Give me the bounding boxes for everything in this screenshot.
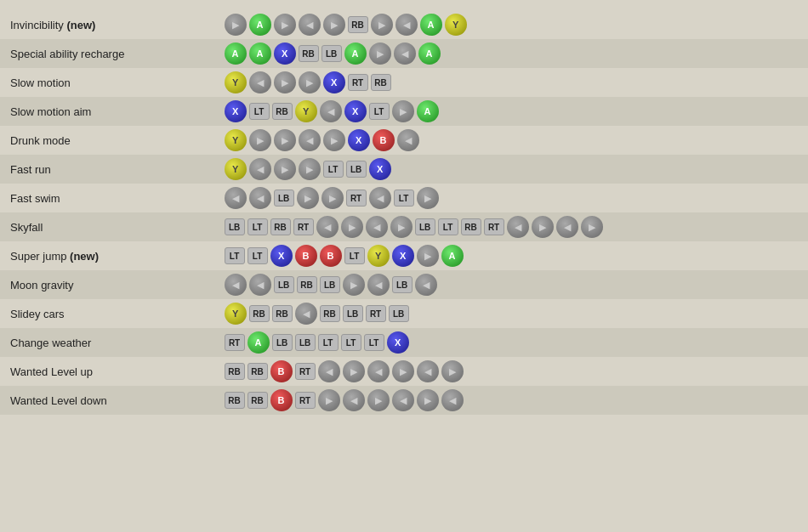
arrow-right-button: ▶ — [225, 14, 247, 36]
arrow-right-button: ▶ — [392, 360, 414, 382]
table-row: Wanted Level upRBRBBRT◀▶◀▶◀▶ — [0, 357, 808, 386]
table-row: Invincibility (new)▶A▶◀▶RB▶◀AY — [0, 10, 808, 39]
cheat-name: Invincibility (new) — [0, 10, 219, 39]
button-a-green: A — [248, 331, 270, 354]
button-rb: RB — [248, 392, 268, 409]
arrow-left-button: ◀ — [299, 129, 321, 151]
button-y-yellow: Y — [367, 245, 390, 267]
cheat-name: Slow motion aim — [0, 97, 219, 126]
cheat-buttons: XLTRBY◀XLT▶A — [219, 97, 808, 126]
arrow-left-button: ◀ — [318, 360, 340, 382]
arrow-left-button: ◀ — [392, 389, 414, 411]
cheat-buttons: YRBRB◀RBLBRTLB — [219, 299, 808, 328]
arrow-right-button: ▶ — [371, 14, 393, 36]
arrow-right-button: ▶ — [390, 216, 413, 238]
arrow-left-button: ◀ — [249, 71, 271, 93]
button-y-yellow: Y — [225, 303, 247, 325]
table-row: SkyfallLBLTRBRT◀▶◀▶LBLTRBRT◀▶◀▶ — [0, 212, 808, 241]
cheat-name: Wanted Level down — [0, 386, 219, 415]
arrow-right-button: ▶ — [274, 71, 296, 93]
arrow-left-button: ◀ — [367, 360, 390, 382]
button-rt: RT — [484, 218, 504, 235]
button-rb: RB — [272, 305, 293, 322]
button-b-red: B — [295, 245, 317, 267]
button-lt: LT — [248, 218, 268, 235]
cheat-buttons: AAXRBLBA▶◀A — [219, 39, 808, 68]
button-rt: RT — [293, 218, 314, 235]
arrow-right-button: ▶ — [274, 158, 296, 180]
button-rt: RT — [366, 305, 386, 322]
table-row: Slow motionY◀▶▶XRTRB — [0, 68, 808, 97]
arrow-right-button: ▶ — [299, 71, 321, 93]
arrow-right-button: ▶ — [532, 216, 554, 238]
button-lb: LB — [415, 218, 435, 235]
button-rb: RB — [225, 363, 245, 380]
table-row: Drunk modeY▶▶◀▶XB◀ — [0, 126, 808, 155]
arrow-right-button: ▶ — [343, 274, 365, 296]
cheat-buttons: Y◀▶▶LTLBX — [219, 155, 808, 184]
button-lt: LT — [323, 161, 344, 178]
arrow-left-button: ◀ — [343, 389, 365, 411]
button-rt: RT — [348, 74, 368, 91]
arrow-left-button: ◀ — [249, 158, 271, 180]
arrow-left-button: ◀ — [225, 274, 247, 296]
button-lb: LB — [346, 161, 367, 178]
arrow-left-button: ◀ — [441, 389, 464, 411]
cheat-name: Fast run — [0, 155, 219, 184]
button-lt: LT — [364, 334, 384, 351]
arrow-right-button: ▶ — [343, 360, 365, 382]
cheat-buttons: ▶A▶◀▶RB▶◀AY — [219, 10, 808, 39]
button-y-yellow: Y — [225, 71, 247, 93]
button-lt: LT — [394, 190, 414, 207]
button-rb: RB — [248, 363, 268, 380]
table-row: Slidey carsYRBRB◀RBLBRTLB — [0, 299, 808, 328]
button-lb: LB — [392, 276, 413, 293]
arrow-left-button: ◀ — [395, 14, 418, 36]
button-x-blue: X — [323, 71, 345, 93]
arrow-right-button: ▶ — [417, 245, 439, 267]
button-b-red: B — [270, 389, 293, 411]
button-y-yellow: Y — [225, 129, 247, 151]
arrow-right-button: ▶ — [341, 216, 363, 238]
cheat-name: Drunk mode — [0, 126, 219, 155]
cheat-buttons: LTLTXBBLTYX▶A — [219, 241, 808, 270]
button-rb: RB — [270, 218, 291, 235]
button-lb: LB — [320, 276, 340, 293]
button-y-yellow: Y — [445, 14, 467, 36]
button-rt: RT — [225, 334, 245, 351]
arrow-left-button: ◀ — [249, 187, 271, 209]
cheat-buttons: Y▶▶◀▶XB◀ — [219, 126, 808, 155]
arrow-left-button: ◀ — [367, 274, 390, 296]
cheat-name: Special ability recharge — [0, 39, 219, 68]
cheat-name: Fast swim — [0, 184, 219, 212]
button-lb: LB — [321, 45, 342, 62]
button-rb: RB — [297, 276, 317, 293]
arrow-right-button: ▶ — [369, 42, 391, 65]
cheat-buttons: ◀◀LB▶▶RT◀LT▶ — [219, 184, 808, 212]
arrow-right-button: ▶ — [441, 360, 464, 382]
button-a-green: A — [344, 42, 367, 65]
button-lb: LB — [274, 190, 294, 207]
button-lb: LB — [274, 276, 294, 293]
cheat-name: Moon gravity — [0, 270, 219, 299]
arrow-left-button: ◀ — [556, 216, 578, 238]
button-a-green: A — [225, 42, 247, 65]
button-x-blue: X — [369, 158, 391, 180]
arrow-right-button: ▶ — [321, 187, 344, 209]
button-lb: LB — [389, 305, 409, 322]
button-rb: RB — [299, 45, 319, 62]
arrow-right-button: ▶ — [323, 129, 345, 151]
button-lb: LB — [295, 334, 316, 351]
button-a-green: A — [420, 14, 442, 36]
button-lt: LT — [344, 247, 365, 264]
cheat-name: Slidey cars — [0, 299, 219, 328]
arrow-left-button: ◀ — [397, 129, 419, 151]
arrow-left-button: ◀ — [507, 216, 529, 238]
button-lt: LT — [225, 247, 245, 264]
arrow-left-button: ◀ — [316, 216, 339, 238]
table-row: Fast runY◀▶▶LTLBX — [0, 155, 808, 184]
arrow-left-button: ◀ — [225, 187, 247, 209]
table-row: Change weatherRTALBLBLTLTLTX — [0, 328, 808, 357]
page-title — [0, 0, 808, 10]
button-lb: LB — [225, 218, 245, 235]
